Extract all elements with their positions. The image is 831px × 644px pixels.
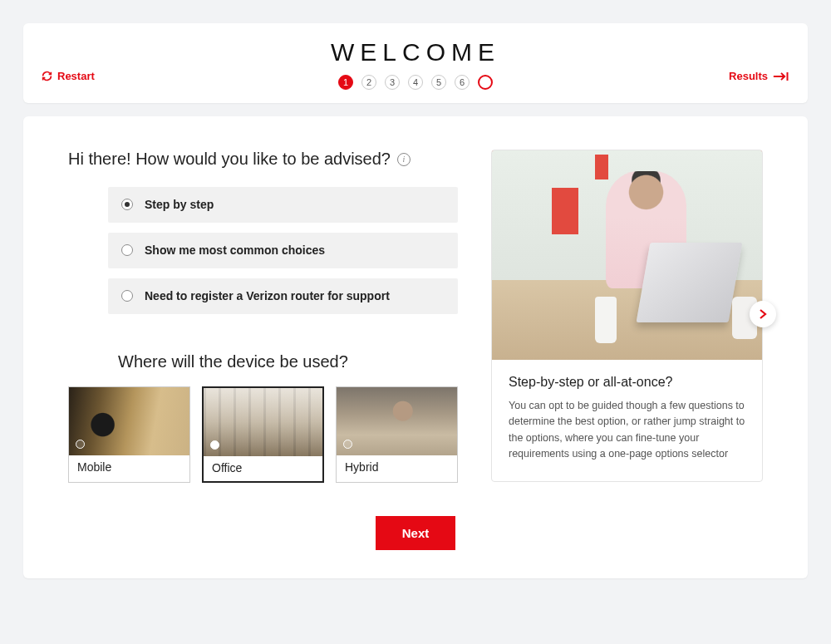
info-column: Step-by-step or all-at-once? You can opt… (491, 150, 763, 483)
page-title: WELCOME (42, 38, 789, 66)
step-2[interactable]: 2 (361, 75, 376, 90)
tile-image (69, 387, 189, 455)
tile-image (204, 388, 322, 456)
info-icon[interactable]: i (397, 153, 411, 166)
tile-label: Hybrid (337, 455, 457, 480)
radio-icon (343, 440, 352, 449)
next-button[interactable]: Next (376, 516, 455, 550)
results-button[interactable]: Results (729, 70, 789, 82)
results-label: Results (729, 70, 768, 82)
question-1-text: Hi there! How would you like to be advis… (68, 150, 391, 169)
step-3[interactable]: 3 (385, 75, 400, 90)
tile-image (337, 387, 457, 455)
info-panel: Step-by-step or all-at-once? You can opt… (491, 150, 763, 482)
question-1-title: Hi there! How would you like to be advis… (68, 150, 458, 169)
step-1[interactable]: 1 (338, 75, 353, 90)
question-2-tiles: Mobile Office Hybrid (68, 386, 458, 483)
info-panel-title: Step-by-step or all-at-once? (509, 375, 745, 390)
step-4[interactable]: 4 (408, 75, 423, 90)
question-1-options: Step by step Show me most common choices… (68, 187, 458, 314)
option-label: Need to register a Verizon router for su… (145, 288, 390, 304)
carousel-next-button[interactable] (750, 301, 776, 327)
step-6[interactable]: 6 (455, 75, 470, 90)
step-indicator: 1 2 3 4 5 6 (42, 75, 789, 90)
tile-office[interactable]: Office (202, 386, 324, 483)
radio-icon (121, 290, 133, 302)
tile-hybrid[interactable]: Hybrid (336, 386, 458, 483)
info-panel-image (492, 150, 762, 360)
option-label: Show me most common choices (145, 243, 325, 258)
option-label: Step by step (145, 197, 214, 213)
radio-icon (121, 244, 133, 256)
refresh-icon (42, 71, 52, 81)
tile-label: Office (204, 456, 322, 481)
radio-icon (76, 440, 85, 449)
wizard-body: Hi there! How would you like to be advis… (23, 116, 808, 578)
info-panel-text: You can opt to be guided though a few qu… (509, 398, 745, 463)
option-common-choices[interactable]: Show me most common choices (108, 233, 458, 268)
tile-label: Mobile (69, 455, 189, 480)
question-2-title: Where will the device be used? (118, 352, 458, 371)
chevron-right-icon (759, 308, 767, 320)
option-step-by-step[interactable]: Step by step (108, 187, 458, 223)
step-final[interactable] (478, 75, 493, 90)
restart-button[interactable]: Restart (42, 70, 95, 82)
radio-icon (210, 440, 219, 450)
tile-mobile[interactable]: Mobile (68, 386, 190, 483)
option-register-router[interactable]: Need to register a Verizon router for su… (108, 278, 458, 314)
arrow-right-end-icon (773, 71, 789, 81)
radio-icon (121, 199, 133, 210)
step-5[interactable]: 5 (431, 75, 446, 90)
questions-column: Hi there! How would you like to be advis… (68, 150, 458, 483)
header-bar: Restart WELCOME 1 2 3 4 5 6 Results (23, 23, 808, 103)
restart-label: Restart (57, 70, 95, 82)
